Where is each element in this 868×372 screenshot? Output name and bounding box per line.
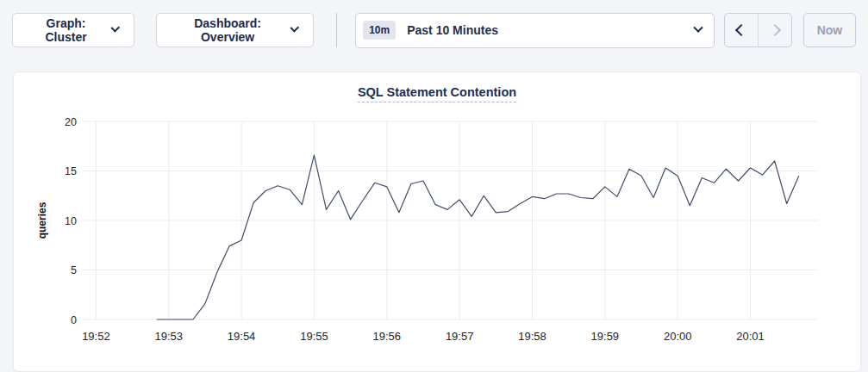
y-axis-label: queries [36, 202, 48, 239]
sql-statement-contention-chart[interactable]: 0510152019:5219:5319:5419:5519:5619:5719… [14, 72, 862, 372]
x-tick-label: 19:52 [82, 330, 110, 343]
toolbar-divider [336, 13, 337, 47]
y-tick-label: 0 [71, 314, 77, 326]
x-tick-label: 20:00 [664, 330, 692, 343]
chevron-right-icon [769, 24, 781, 36]
chevron-down-icon [693, 23, 703, 33]
graph-dropdown-label: Graph: Cluster [28, 16, 103, 44]
x-tick-label: 19:57 [446, 330, 474, 343]
next-range-button[interactable] [759, 14, 791, 46]
dashboard-dropdown-label: Dashboard: Overview [172, 16, 282, 44]
chevron-down-icon [110, 23, 120, 33]
time-range-badge: 10m [363, 21, 396, 40]
chevron-down-icon [290, 23, 299, 33]
prev-range-button[interactable] [725, 14, 758, 46]
time-range-picker[interactable]: 10m Past 10 Minutes [355, 13, 715, 48]
x-tick-label: 19:59 [591, 330, 620, 343]
y-tick-label: 20 [65, 116, 77, 128]
x-tick-label: 19:53 [154, 330, 183, 343]
time-range-nav [724, 13, 792, 47]
chart-card: SQL Statement Contention 0510152019:5219… [13, 71, 861, 372]
x-tick-label: 19:56 [373, 330, 402, 343]
graph-dropdown[interactable]: Graph: Cluster [12, 13, 134, 47]
y-tick-label: 15 [65, 165, 77, 177]
now-button[interactable]: Now [803, 13, 856, 47]
y-tick-label: 10 [65, 215, 77, 227]
chevron-left-icon [735, 24, 747, 36]
x-tick-label: 20:01 [736, 330, 765, 343]
x-tick-label: 19:54 [228, 330, 256, 343]
toolbar: Graph: Cluster Dashboard: Overview 10m P… [0, 0, 868, 60]
x-tick-label: 19:55 [300, 330, 328, 343]
y-tick-label: 5 [71, 264, 77, 276]
dashboard-dropdown[interactable]: Dashboard: Overview [156, 13, 314, 47]
series-line-queries [157, 155, 799, 319]
time-range-label: Past 10 Minutes [407, 23, 498, 37]
x-tick-label: 19:58 [518, 330, 546, 343]
